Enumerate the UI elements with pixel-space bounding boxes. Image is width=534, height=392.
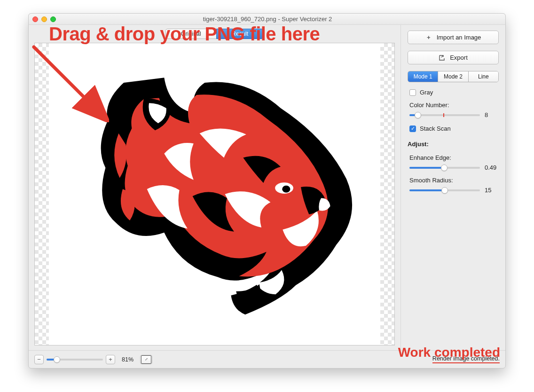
fit-icon: ⤢	[141, 355, 151, 364]
zoom-controls: − + 81% ⤢	[34, 355, 152, 364]
zoom-in-button[interactable]: +	[106, 355, 115, 364]
stack-scan-row[interactable]: ✓ Stack Scan	[409, 125, 499, 132]
enhance-edge-label: Enhance Edge:	[409, 154, 499, 161]
window-title: tiger-309218_960_720.png - Super Vectori…	[56, 16, 479, 23]
enhance-edge-slider[interactable]	[409, 167, 480, 169]
zoom-slider[interactable]	[47, 359, 103, 361]
import-image-button[interactable]: + Import an Image	[408, 31, 499, 44]
smooth-radius-label: Smooth Radius:	[409, 177, 499, 184]
mode-2[interactable]: Mode 2	[438, 71, 468, 82]
zoom-window-icon[interactable]	[50, 16, 56, 22]
export-label: Export	[450, 54, 468, 61]
stack-scan-label: Stack Scan	[420, 125, 451, 132]
adjust-title: Adjust:	[408, 141, 499, 148]
mode-line[interactable]: Line	[469, 71, 498, 82]
titlebar: tiger-309218_960_720.png - Super Vectori…	[29, 14, 505, 25]
mode-segmented: Mode 1 Mode 2 Line	[408, 71, 499, 82]
minimize-window-icon[interactable]	[41, 16, 47, 22]
sidebar: + Import an Image Export Mode 1 Mode 2 L…	[401, 25, 505, 350]
export-icon	[439, 55, 445, 61]
color-number-value: 8	[485, 111, 499, 118]
tab-original[interactable]: Original	[165, 29, 216, 39]
view-tabbar: Original Result	[29, 25, 400, 42]
window-controls	[32, 16, 56, 22]
canvas-area: Original Result	[29, 25, 401, 350]
gray-row[interactable]: Gray	[409, 89, 499, 96]
gray-label: Gray	[420, 89, 433, 96]
svg-point-1	[282, 186, 290, 193]
content: Original Result	[29, 25, 505, 350]
color-number-label: Color Number:	[409, 102, 499, 109]
zoom-out-button[interactable]: −	[34, 355, 44, 364]
vector-preview	[35, 43, 394, 345]
import-image-label: Import an Image	[437, 34, 481, 41]
tiger-graphic	[60, 63, 370, 326]
close-window-icon[interactable]	[32, 16, 38, 22]
app-window: tiger-309218_960_720.png - Super Vectori…	[28, 13, 506, 368]
zoom-percent: 81%	[122, 356, 134, 363]
plus-icon: +	[425, 34, 432, 41]
mode-1[interactable]: Mode 1	[408, 71, 438, 82]
gray-checkbox[interactable]	[409, 89, 416, 96]
color-number-slider[interactable]	[409, 114, 480, 116]
enhance-edge-value: 0.49	[485, 164, 499, 171]
stack-scan-checkbox[interactable]: ✓	[409, 125, 416, 132]
smooth-radius-slider[interactable]	[409, 189, 480, 191]
image-canvas[interactable]	[34, 43, 395, 345]
export-button[interactable]: Export	[408, 51, 499, 64]
fit-to-window-button[interactable]: ⤢	[140, 355, 152, 364]
footer: − + 81% ⤢ Render image completed.	[29, 350, 505, 368]
status-text: Render image completed.	[432, 355, 500, 363]
tab-result[interactable]: Result	[216, 29, 264, 39]
smooth-radius-value: 15	[485, 187, 499, 194]
